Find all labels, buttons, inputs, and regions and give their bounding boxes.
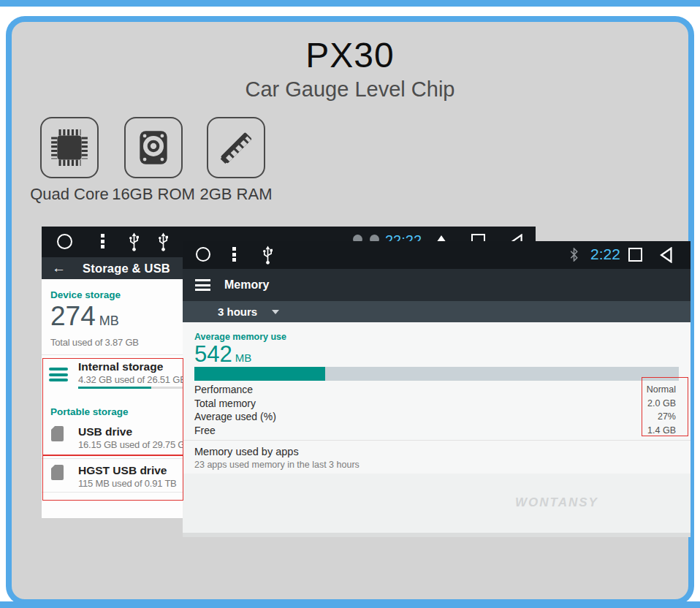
lower-zone (183, 474, 691, 533)
highlight-box-storage-divider (42, 455, 183, 456)
usb-icon (262, 246, 274, 265)
menu-icon[interactable] (195, 279, 210, 291)
time-range-value[interactable]: 3 hours (218, 305, 257, 318)
screen-title: Memory (224, 278, 269, 292)
chevron-down-icon[interactable] (272, 310, 279, 314)
average-memory-value: 542MB (194, 341, 251, 368)
memory-stats: Performance Normal Total memory 2.0 GB A… (194, 383, 676, 437)
product-subtitle: Car Gauge Level Chip (0, 77, 700, 102)
usb-icon (128, 232, 140, 252)
overflow-menu-icon[interactable] (101, 234, 104, 248)
back-triangle-icon[interactable] (659, 247, 673, 263)
feature-ram: 2GB RAM (194, 117, 278, 204)
top-blue-strip (0, 0, 700, 7)
cpu-icon (40, 117, 99, 178)
hdd-icon (124, 117, 183, 178)
bottom-zone (183, 533, 691, 537)
stat-row-total-memory: Total memory 2.0 GB (194, 397, 676, 411)
watermark: WONTANSY (515, 495, 598, 510)
screen-title: Storage & USB (83, 262, 170, 276)
feature-quad-core: Quad Core (27, 117, 112, 204)
memory-screen: 2:22 Memory 3 hours Average memory use 5… (183, 241, 691, 537)
status-bar: 2:22 (183, 241, 691, 269)
circle-icon (57, 234, 72, 249)
feature-label: 2GB RAM (194, 185, 278, 204)
highlight-box-storage (42, 358, 183, 501)
ram-icon (207, 117, 265, 178)
time-range-bar[interactable]: 3 hours (183, 301, 691, 322)
feature-rom: 16GB ROM (111, 117, 196, 204)
feature-label: 16GB ROM (111, 185, 196, 204)
memory-apps-caption: 23 apps used memory in the last 3 hours (194, 460, 359, 470)
clock: 2:22 (590, 246, 620, 263)
device-storage-section-label: Device storage (50, 289, 121, 300)
bluetooth-icon (568, 248, 579, 262)
memory-progressbar (194, 367, 679, 381)
page: PX30 Car Gauge Level Chip Quad Core (0, 0, 700, 608)
stat-row-average-used: Average used (%) 27% (194, 410, 676, 424)
average-memory-section-label: Average memory use (194, 332, 286, 342)
overflow-menu-icon[interactable] (232, 247, 236, 262)
highlight-box-memory-values (642, 377, 688, 436)
divider (42, 354, 183, 355)
back-arrow-icon[interactable]: ← (52, 260, 66, 276)
device-storage-caption: Total used of 3.87 GB (50, 337, 139, 348)
divider (183, 440, 691, 441)
memory-apps-title[interactable]: Memory used by apps (194, 446, 299, 457)
device-storage-value: 274MB (50, 301, 119, 332)
memory-header-bar: Memory (183, 269, 691, 301)
feature-label: Quad Core (27, 185, 112, 204)
circle-icon (196, 247, 210, 262)
stat-row-free: Free 1.4 GB (194, 424, 676, 438)
stat-row-performance: Performance Normal (194, 383, 676, 397)
usb-icon (157, 232, 170, 252)
recents-button[interactable] (628, 248, 642, 262)
product-title: PX30 (0, 35, 700, 75)
